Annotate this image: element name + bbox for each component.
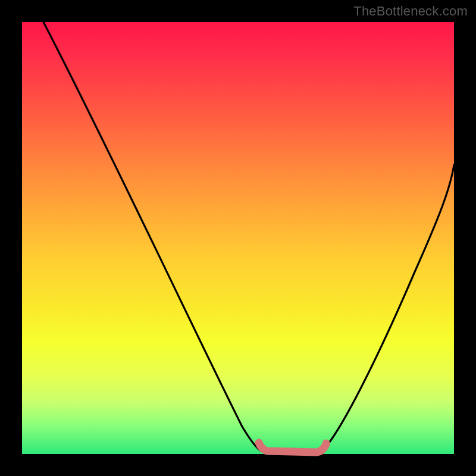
curve-layer [22,22,454,454]
watermark-label: TheBottleneck.com [353,4,468,19]
left-curve [43,22,260,450]
bottom-band [259,443,326,452]
bottom-band-end-dot [322,440,330,447]
right-curve [325,165,454,448]
chart-frame: TheBottleneck.com [0,0,476,476]
